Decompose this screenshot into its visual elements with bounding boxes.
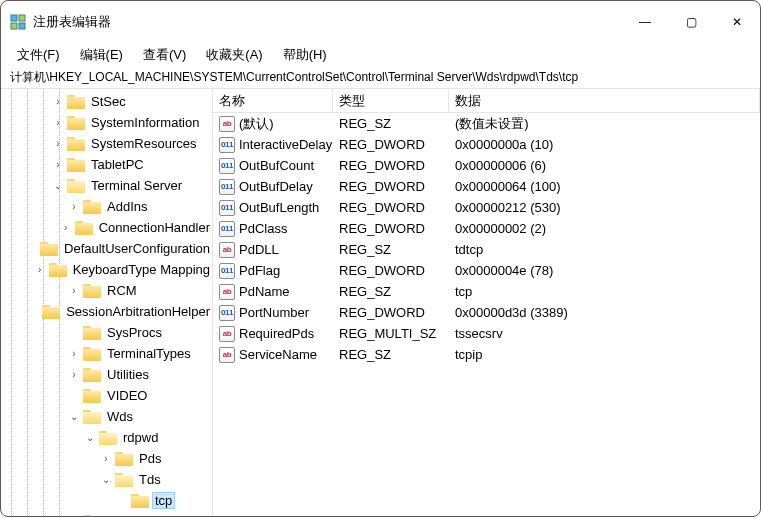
titlebar[interactable]: 注册表编辑器 — ▢ ✕ <box>1 1 760 43</box>
list-row[interactable]: ab(默认)REG_SZ(数值未设置) <box>213 113 760 134</box>
svg-rect-0 <box>11 15 17 21</box>
tree-node[interactable]: ›TerminalTypes <box>1 343 212 364</box>
value-list[interactable]: ab(默认)REG_SZ(数值未设置)011InteractiveDelayRE… <box>213 113 760 516</box>
chevron-right-icon[interactable]: › <box>51 96 65 107</box>
tree-node[interactable]: ›TabletPC <box>1 154 212 175</box>
tree-label[interactable]: Tds <box>137 472 163 487</box>
menu-file[interactable]: 文件(F) <box>13 44 64 66</box>
tree-node[interactable]: VIDEO <box>1 385 212 406</box>
tree-label[interactable]: tcp <box>153 493 174 508</box>
workspace: ›StSec›SystemInformation›SystemResources… <box>1 89 760 516</box>
value-data: 0x00000006 (6) <box>449 158 760 173</box>
tree-node[interactable]: ›RCM <box>1 280 212 301</box>
tree-label[interactable]: rdpwd <box>121 430 160 445</box>
chevron-right-icon[interactable]: › <box>51 138 65 149</box>
tree-label[interactable]: StSec <box>89 94 128 109</box>
chevron-right-icon[interactable]: › <box>67 201 81 212</box>
chevron-right-icon[interactable]: › <box>67 348 81 359</box>
value-type: REG_DWORD <box>333 179 449 194</box>
chevron-down-icon[interactable]: ⌄ <box>67 411 81 422</box>
chevron-right-icon[interactable]: › <box>51 159 65 170</box>
tree-label[interactable]: WinStations <box>105 514 178 516</box>
chevron-down-icon[interactable]: ⌄ <box>99 474 113 485</box>
minimize-button[interactable]: — <box>622 1 668 43</box>
window-controls: — ▢ ✕ <box>622 1 760 43</box>
tree-node[interactable]: ›SystemInformation <box>1 112 212 133</box>
list-row[interactable]: 011PdClassREG_DWORD0x00000002 (2) <box>213 218 760 239</box>
tree-node[interactable]: ›SystemResources <box>1 133 212 154</box>
chevron-right-icon[interactable]: › <box>99 453 113 464</box>
folder-icon <box>67 137 85 151</box>
list-row[interactable]: 011InteractiveDelayREG_DWORD0x0000000a (… <box>213 134 760 155</box>
value-type: REG_SZ <box>333 347 449 362</box>
chevron-right-icon[interactable]: › <box>67 285 81 296</box>
tree-label[interactable]: SessionArbitrationHelper <box>64 304 212 319</box>
menu-view[interactable]: 查看(V) <box>139 44 190 66</box>
tree-node[interactable]: SysProcs <box>1 322 212 343</box>
chevron-right-icon[interactable]: › <box>51 117 65 128</box>
col-data[interactable]: 数据 <box>449 89 760 112</box>
tree-node[interactable]: ›WinStations <box>1 511 212 516</box>
tree-node[interactable]: ⌄Tds <box>1 469 212 490</box>
tree-node[interactable]: ›KeyboardType Mapping <box>1 259 212 280</box>
tree-pane[interactable]: ›StSec›SystemInformation›SystemResources… <box>1 89 213 516</box>
col-name[interactable]: 名称 <box>213 89 333 112</box>
menu-edit[interactable]: 编辑(E) <box>76 44 127 66</box>
list-row[interactable]: abRequiredPdsREG_MULTI_SZtssecsrv <box>213 323 760 344</box>
tree-node[interactable]: ›Pds <box>1 448 212 469</box>
list-row[interactable]: 011OutBufLengthREG_DWORD0x00000212 (530) <box>213 197 760 218</box>
tree-node[interactable]: ›AddIns <box>1 196 212 217</box>
value-name: OutBufLength <box>239 200 319 215</box>
tree-label[interactable]: KeyboardType Mapping <box>71 262 212 277</box>
folder-icon <box>83 347 101 361</box>
tree-node[interactable]: tcp <box>1 490 212 511</box>
chevron-right-icon[interactable]: › <box>59 222 73 233</box>
tree-label[interactable]: SysProcs <box>105 325 164 340</box>
chevron-right-icon[interactable]: › <box>67 369 81 380</box>
list-row[interactable]: abPdDLLREG_SZtdtcp <box>213 239 760 260</box>
binary-value-icon: 011 <box>219 179 235 195</box>
chevron-right-icon[interactable]: › <box>33 264 47 275</box>
chevron-down-icon[interactable]: ⌄ <box>83 432 97 443</box>
tree-label[interactable]: Terminal Server <box>89 178 184 193</box>
tree-label[interactable]: TabletPC <box>89 157 146 172</box>
list-row[interactable]: 011PortNumberREG_DWORD0x00000d3d (3389) <box>213 302 760 323</box>
tree-label[interactable]: VIDEO <box>105 388 149 403</box>
value-data: tcp <box>449 284 760 299</box>
tree-label[interactable]: Utilities <box>105 367 151 382</box>
tree-label[interactable]: Wds <box>105 409 135 424</box>
tree-node[interactable]: ›ConnectionHandler <box>1 217 212 238</box>
value-data: tssecsrv <box>449 326 760 341</box>
menu-help[interactable]: 帮助(H) <box>279 44 331 66</box>
tree-label[interactable]: ConnectionHandler <box>97 220 212 235</box>
tree-label[interactable]: DefaultUserConfiguration <box>62 241 212 256</box>
list-row[interactable]: 011OutBufDelayREG_DWORD0x00000064 (100) <box>213 176 760 197</box>
folder-icon <box>83 200 101 214</box>
folder-icon <box>131 494 149 508</box>
list-row[interactable]: abServiceNameREG_SZtcpip <box>213 344 760 365</box>
tree-label[interactable]: TerminalTypes <box>105 346 193 361</box>
list-row[interactable]: abPdNameREG_SZtcp <box>213 281 760 302</box>
tree-node[interactable]: ⌄rdpwd <box>1 427 212 448</box>
tree-label[interactable]: AddIns <box>105 199 149 214</box>
address-bar[interactable]: 计算机\HKEY_LOCAL_MACHINE\SYSTEM\CurrentCon… <box>1 67 760 89</box>
list-row[interactable]: 011PdFlagREG_DWORD0x0000004e (78) <box>213 260 760 281</box>
tree-node[interactable]: ›Utilities <box>1 364 212 385</box>
tree-node[interactable]: SessionArbitrationHelper <box>1 301 212 322</box>
list-row[interactable]: 011OutBufCountREG_DWORD0x00000006 (6) <box>213 155 760 176</box>
value-type: REG_DWORD <box>333 200 449 215</box>
tree-label[interactable]: RCM <box>105 283 139 298</box>
tree-label[interactable]: Pds <box>137 451 163 466</box>
menu-fav[interactable]: 收藏夹(A) <box>202 44 266 66</box>
tree-label[interactable]: SystemInformation <box>89 115 201 130</box>
tree-node[interactable]: ⌄Terminal Server <box>1 175 212 196</box>
folder-icon <box>75 221 93 235</box>
tree-node[interactable]: ⌄Wds <box>1 406 212 427</box>
tree-node[interactable]: DefaultUserConfiguration <box>1 238 212 259</box>
tree-node[interactable]: ›StSec <box>1 91 212 112</box>
chevron-down-icon[interactable]: ⌄ <box>51 180 65 191</box>
col-type[interactable]: 类型 <box>333 89 449 112</box>
close-button[interactable]: ✕ <box>714 1 760 43</box>
tree-label[interactable]: SystemResources <box>89 136 198 151</box>
maximize-button[interactable]: ▢ <box>668 1 714 43</box>
